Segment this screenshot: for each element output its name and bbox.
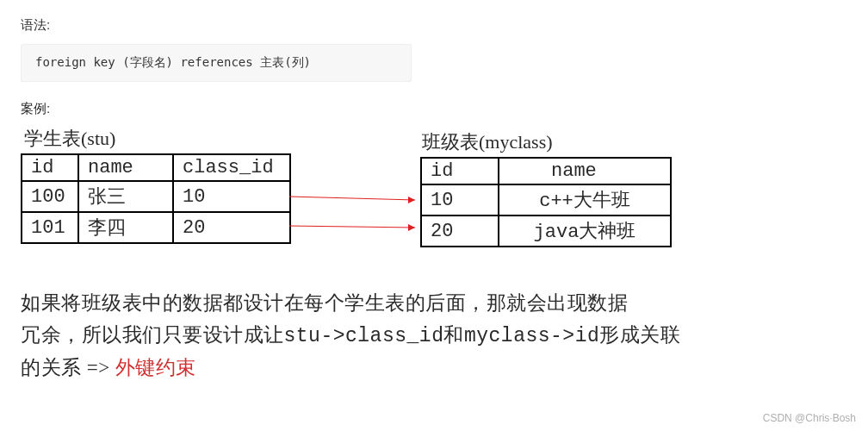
fk-diagram: 学生表(stu) id name class_id 100 张三 10 101 … — [21, 126, 830, 281]
table-row: id name class_id — [22, 154, 290, 181]
table-row: 20 java大神班 — [421, 216, 671, 247]
table-row: 100 张三 10 — [22, 181, 290, 212]
myclass-table-caption: 班级表(myclass) — [422, 129, 553, 155]
explain-text: 如果将班级表中的数据都设计在每个学生表的后面，那就会出现数据 冗余，所以我们只要… — [21, 288, 847, 384]
col-header: id — [421, 158, 499, 184]
arrow-line — [289, 226, 415, 228]
col-header: id — [22, 154, 78, 181]
explain-line: 形成关联 — [599, 324, 680, 346]
cell: 101 — [22, 212, 78, 243]
cell: 10 — [173, 181, 290, 212]
table-row: 10 c++大牛班 — [421, 184, 671, 216]
code-block: foreign key (字段名) references 主表(列) — [21, 44, 412, 82]
arrow-line — [289, 197, 415, 200]
arrow-head-icon — [408, 197, 415, 203]
cell: 100 — [22, 181, 78, 212]
stu-table-caption: 学生表(stu) — [24, 126, 115, 152]
cell: 李四 — [78, 212, 173, 243]
myclass-table: id name 10 c++大牛班 20 java大神班 — [420, 157, 672, 247]
cell: 张三 — [78, 181, 173, 212]
syntax-label: 语法: — [21, 17, 847, 34]
cell: 20 — [173, 212, 290, 243]
col-header: name — [78, 154, 173, 181]
table-row: 101 李四 20 — [22, 212, 290, 243]
explain-line: 冗余，所以我们只要设计成让 — [21, 324, 284, 346]
explain-line: 如果将班级表中的数据都设计在每个学生表的后面，那就会出现数据 — [21, 292, 628, 314]
col-header: name — [499, 158, 671, 184]
case-label: 案例: — [21, 101, 847, 117]
cell: 20 — [421, 216, 499, 247]
explain-line: 的关系 => — [21, 357, 110, 378]
col-header: class_id — [173, 154, 290, 181]
explain-code: myclass->id — [464, 325, 599, 347]
cell: 10 — [421, 184, 499, 216]
arrow-head-icon — [408, 224, 415, 231]
fk-highlight: 外键约束 — [110, 357, 196, 378]
cell: java大神班 — [499, 216, 671, 247]
explain-line: 和 — [443, 324, 464, 346]
cell: c++大牛班 — [499, 184, 671, 216]
table-row: id name — [421, 158, 671, 184]
stu-table: id name class_id 100 张三 10 101 李四 20 — [21, 153, 291, 244]
explain-code: stu->class_id — [284, 325, 444, 347]
